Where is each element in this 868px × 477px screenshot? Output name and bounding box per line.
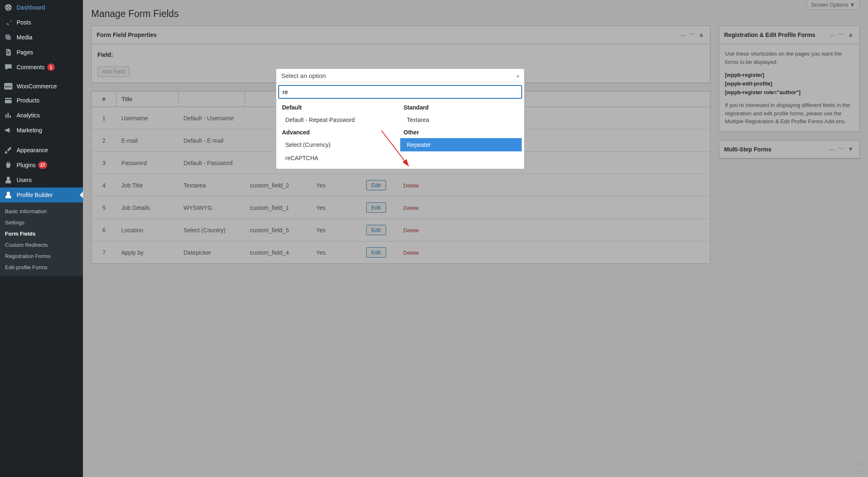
admin-sidebar: Dashboard Posts Media Pages Comments1 wo…	[0, 0, 83, 477]
option-default-repeat-password[interactable]: Default - Repeat Password	[279, 113, 400, 127]
media-icon	[4, 33, 12, 41]
optgroup-other: Other	[400, 127, 522, 138]
brush-icon	[4, 146, 12, 154]
sidebar-item-plugins[interactable]: Plugins27	[0, 158, 83, 173]
plugin-icon	[4, 161, 12, 169]
sidebar-item-marketing[interactable]: Marketing	[0, 123, 83, 138]
optgroup-advanced: Advanced	[279, 127, 400, 138]
sidebar-submenu: Basic Information Settings Form Fields C…	[0, 202, 83, 276]
dashboard-icon	[4, 3, 12, 12]
sidebar-item-users[interactable]: Users	[0, 173, 83, 187]
sidebar-label: Products	[17, 97, 39, 104]
sidebar-item-media[interactable]: Media	[0, 30, 83, 45]
sidebar-label: Plugins	[17, 162, 36, 168]
sidebar-item-appearance[interactable]: Appearance	[0, 143, 83, 158]
submenu-basic-info[interactable]: Basic Information	[0, 206, 83, 217]
select-search-input[interactable]	[279, 85, 522, 98]
field-select-dropdown: Select an option Default Default - Repea…	[276, 68, 525, 169]
main-content: Screen Options ▼ Manage Form Fields Form…	[83, 0, 868, 477]
plugins-badge: 27	[38, 161, 47, 169]
sidebar-label: Media	[17, 34, 32, 41]
submenu-registration-forms[interactable]: Registration Forms	[0, 251, 83, 262]
users-icon	[4, 176, 12, 184]
optgroup-standard: Standard	[400, 102, 522, 113]
sidebar-label: Posts	[17, 19, 31, 26]
sidebar-label: Appearance	[17, 147, 48, 153]
sidebar-item-dashboard[interactable]: Dashboard	[0, 0, 83, 15]
pages-icon	[4, 48, 12, 56]
sidebar-item-pages[interactable]: Pages	[0, 45, 83, 60]
sidebar-label: Marketing	[17, 127, 42, 134]
sidebar-label: Analytics	[17, 112, 40, 119]
sidebar-label: Users	[17, 177, 32, 183]
sidebar-label: Comments	[17, 64, 45, 71]
products-icon	[4, 96, 12, 105]
option-repeater[interactable]: Repeater	[400, 138, 522, 151]
submenu-edit-profile-forms[interactable]: Edit-profile Forms	[0, 262, 83, 273]
pin-icon	[4, 18, 12, 27]
megaphone-icon	[4, 126, 12, 134]
option-select-currency[interactable]: Select (Currency)	[279, 138, 400, 151]
select-placeholder[interactable]: Select an option	[276, 69, 524, 83]
sidebar-label: WooCommerce	[17, 83, 57, 90]
submenu-form-fields[interactable]: Form Fields	[0, 228, 83, 239]
activate-windows-text: Act Go t	[855, 460, 866, 475]
analytics-icon	[4, 111, 12, 119]
woo-icon: woo	[4, 83, 12, 90]
comment-icon	[4, 63, 12, 71]
sidebar-item-comments[interactable]: Comments1	[0, 60, 83, 75]
sidebar-label: Profile Builder	[17, 192, 53, 198]
sidebar-label: Dashboard	[17, 4, 45, 11]
sidebar-item-products[interactable]: Products	[0, 93, 83, 108]
sidebar-label: Pages	[17, 49, 33, 56]
profile-builder-icon	[4, 191, 12, 199]
option-textarea[interactable]: Textarea	[400, 113, 522, 127]
sidebar-item-analytics[interactable]: Analytics	[0, 108, 83, 123]
sidebar-item-posts[interactable]: Posts	[0, 15, 83, 30]
optgroup-default: Default	[279, 102, 400, 113]
submenu-settings[interactable]: Settings	[0, 217, 83, 228]
sidebar-item-profile-builder[interactable]: Profile Builder	[0, 187, 83, 202]
sidebar-item-woocommerce[interactable]: wooWooCommerce	[0, 80, 83, 93]
submenu-custom-redirects[interactable]: Custom Redirects	[0, 239, 83, 251]
option-recaptcha[interactable]: reCAPTCHA	[279, 151, 400, 165]
comments-badge: 1	[47, 63, 55, 71]
